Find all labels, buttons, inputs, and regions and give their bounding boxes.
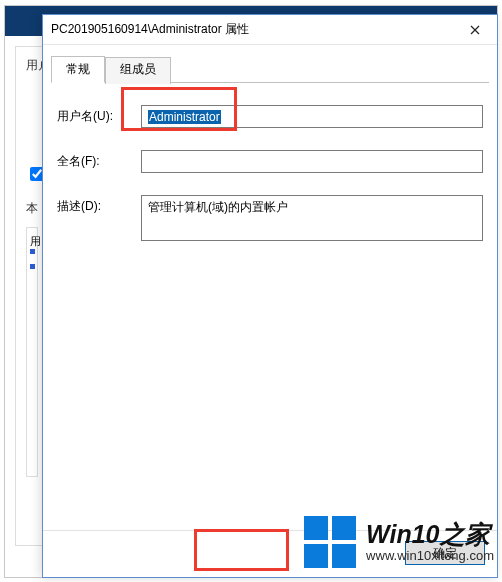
tab-strip: 常规 组成员 [51, 55, 489, 83]
dialog-title: PC201905160914\Administrator 属性 [51, 21, 453, 38]
label-fullname: 全名(F): [57, 150, 141, 170]
bg-list-item-icon [30, 264, 35, 269]
input-fullname[interactable] [141, 150, 483, 173]
row-description: 描述(D): 管理计算机(域)的内置帐户 [57, 195, 483, 241]
input-username-selection: Administrator [148, 110, 221, 124]
input-description[interactable]: 管理计算机(域)的内置帐户 [141, 195, 483, 241]
close-button[interactable] [453, 15, 497, 44]
bg-list-edge: 用 [26, 227, 38, 477]
row-username: 用户名(U): Administrator [57, 105, 483, 128]
label-username: 用户名(U): [57, 105, 141, 125]
label-description: 描述(D): [57, 195, 141, 215]
dialog-button-bar: 确定 [43, 530, 497, 577]
form-area: 用户名(U): Administrator 全名(F): 描述(D): 管理计算… [43, 83, 497, 530]
tab-member-of[interactable]: 组成员 [105, 57, 171, 84]
ok-button[interactable]: 确定 [405, 541, 485, 565]
dialog-titlebar[interactable]: PC201905160914\Administrator 属性 [43, 15, 497, 45]
input-username[interactable]: Administrator [141, 105, 483, 128]
bg-col-header: 用 [30, 235, 41, 247]
tab-general[interactable]: 常规 [51, 56, 105, 83]
row-fullname: 全名(F): [57, 150, 483, 173]
bg-list-item-icon [30, 249, 35, 254]
close-icon [470, 25, 480, 35]
properties-dialog: PC201905160914\Administrator 属性 常规 组成员 用… [42, 14, 498, 578]
